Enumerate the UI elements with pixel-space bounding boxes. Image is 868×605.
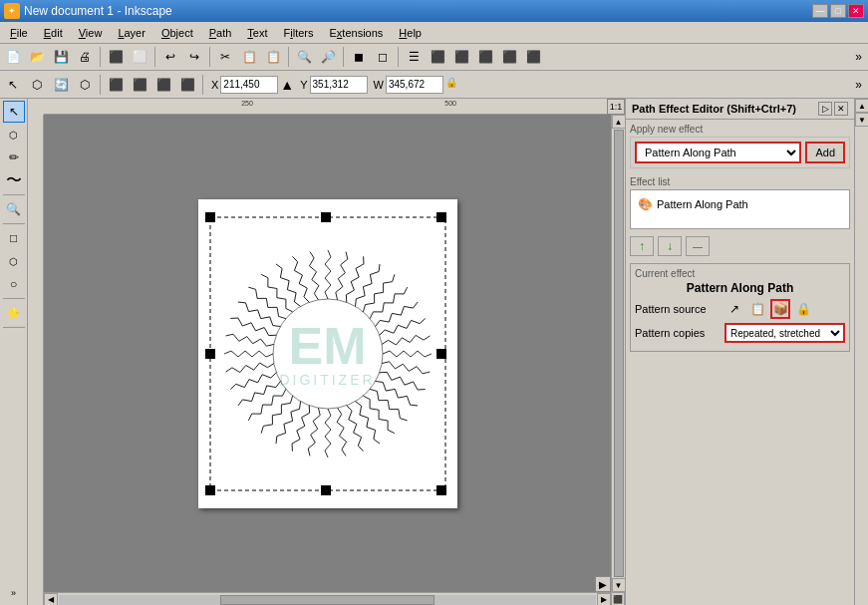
minimize-button[interactable]: — — [812, 4, 828, 18]
menu-text[interactable]: Text — [239, 25, 275, 41]
scroll-down[interactable]: ▼ — [612, 578, 626, 592]
w-input[interactable] — [386, 76, 443, 94]
snap-button[interactable]: ⬛ — [450, 46, 472, 68]
paste-button[interactable]: 📋 — [262, 46, 284, 68]
star-tool[interactable]: ⭐ — [3, 302, 25, 324]
menu-extensions[interactable]: Extensions — [322, 25, 392, 41]
import-button[interactable]: ⬛ — [105, 46, 127, 68]
zoom-in-button[interactable]: 🔍 — [293, 46, 315, 68]
close-button[interactable]: ✕ — [848, 4, 864, 18]
sep-c1 — [100, 75, 101, 95]
ruler-horizontal: 250 500 — [44, 99, 625, 115]
scroll-up[interactable]: ▲ — [612, 115, 626, 129]
apply-effect-label: Apply new effect — [630, 124, 850, 135]
hscroll-track[interactable] — [59, 595, 596, 605]
ruler-corner — [28, 99, 44, 115]
zoom-out-button[interactable]: 🔎 — [317, 46, 339, 68]
undo-button[interactable]: ↩ — [159, 46, 181, 68]
toolbar-expand[interactable]: » — [851, 50, 866, 64]
select-tool-2[interactable]: ↖ — [2, 74, 24, 96]
scroll-left[interactable]: ◀ — [44, 593, 58, 606]
more-tools[interactable]: » — [3, 582, 25, 604]
source-icon-arrow[interactable]: ↗ — [724, 299, 744, 319]
ruler-vertical — [28, 115, 44, 605]
zoom-tool[interactable]: 🔍 — [3, 198, 25, 220]
menu-view[interactable]: View — [71, 25, 111, 41]
vertical-scrollbar[interactable]: ▲ ▼ — [611, 115, 625, 592]
rotate-btn[interactable]: 🔄 — [50, 74, 72, 96]
maximize-button[interactable]: □ — [830, 4, 846, 18]
zoom-ratio[interactable]: 1:1 — [607, 99, 625, 115]
pattern-copies-row: Pattern copies Repeated, stretched — [635, 323, 845, 343]
coord-more[interactable]: » — [851, 78, 866, 92]
calligraphy-tool[interactable]: 〜 — [3, 169, 25, 191]
panel-scrollbar[interactable]: ▲ ▼ — [854, 99, 868, 605]
menu-layer[interactable]: Layer — [110, 25, 153, 41]
scroll-right[interactable]: ▶ — [597, 593, 611, 606]
effect-dropdown[interactable]: Pattern Along Path — [635, 142, 801, 163]
source-icon-box[interactable]: 📦 — [770, 299, 790, 319]
guide-button[interactable]: ⬛ — [498, 46, 520, 68]
distribute-button[interactable]: ⬛ — [427, 46, 448, 68]
open-button[interactable]: 📂 — [26, 46, 48, 68]
menu-help[interactable]: Help — [391, 25, 430, 41]
new-button[interactable]: 📄 — [2, 46, 24, 68]
fill-button[interactable]: ◼ — [348, 46, 370, 68]
pencil-tool[interactable]: ✏ — [3, 147, 25, 168]
menu-path[interactable]: Path — [201, 25, 240, 41]
effect-list-item[interactable]: 🎨 Pattern Along Path — [635, 194, 845, 214]
menu-filters[interactable]: Filters — [276, 25, 322, 41]
x-spin-up[interactable]: ▲ — [280, 77, 294, 93]
copy-button[interactable]: 📋 — [238, 46, 260, 68]
lock-icon[interactable]: 🔒 — [445, 77, 461, 93]
y-input[interactable] — [310, 76, 368, 94]
grid-button[interactable]: ⬛ — [474, 46, 496, 68]
apply-effect-section: Apply new effect Pattern Along Path Add — [630, 124, 850, 168]
menu-edit[interactable]: Edit — [36, 25, 71, 41]
select-tool[interactable]: ↖ — [3, 101, 25, 123]
x-input[interactable] — [220, 76, 278, 94]
canvas-surface[interactable]: EM DIGITIZER — [44, 115, 611, 592]
pattern-copies-dropdown[interactable]: Repeated, stretched — [724, 323, 845, 343]
effect-list-label: Effect list — [630, 176, 850, 187]
align4-btn[interactable]: ⬛ — [152, 74, 174, 96]
source-icon-copy[interactable]: 📋 — [747, 299, 767, 319]
effect-down-btn[interactable]: ↓ — [658, 236, 682, 256]
horizontal-scrollbar: ◀ ▶ — [44, 592, 611, 605]
source-icon-lock[interactable]: 🔒 — [793, 299, 813, 319]
panel-scroll-up[interactable]: ▲ — [855, 99, 868, 113]
node-tool[interactable]: ⬡ — [3, 124, 25, 146]
stroke-button[interactable]: ◻ — [372, 46, 394, 68]
ruler-mark-250: 250 — [241, 100, 253, 107]
redo-button[interactable]: ↪ — [183, 46, 205, 68]
export-button[interactable]: ⬜ — [129, 46, 150, 68]
scroll-thumb-v[interactable] — [614, 130, 624, 577]
align5-btn[interactable]: ⬛ — [176, 74, 198, 96]
align2-btn[interactable]: ⬛ — [105, 74, 127, 96]
save-button[interactable]: 💾 — [50, 46, 72, 68]
align-button[interactable]: ☰ — [403, 46, 425, 68]
more-button[interactable]: ⬛ — [522, 46, 544, 68]
transform-btn[interactable]: ⬡ — [26, 74, 48, 96]
effect-remove-btn[interactable]: — — [686, 236, 710, 256]
effect-arrows: ↑ ↓ — — [626, 233, 854, 259]
cut-button[interactable]: ✂ — [214, 46, 236, 68]
rect-tool[interactable]: □ — [3, 227, 25, 249]
panel-scroll-down[interactable]: ▼ — [855, 113, 868, 127]
panel-close-btn[interactable]: ✕ — [834, 102, 848, 116]
hscroll-thumb[interactable] — [220, 595, 435, 605]
ellipse-tool[interactable]: ○ — [3, 273, 25, 295]
panel-float-btn[interactable]: ▷ — [818, 102, 832, 116]
skew-btn[interactable]: ⬡ — [74, 74, 96, 96]
pattern-copies-label: Pattern copies — [635, 327, 724, 339]
sep-t1 — [3, 194, 25, 195]
add-effect-button[interactable]: Add — [805, 142, 845, 163]
poly-tool[interactable]: ⬡ — [3, 250, 25, 272]
pattern-source-icons: ↗ 📋 📦 🔒 — [724, 299, 813, 319]
menu-file[interactable]: File — [2, 25, 36, 41]
print-button[interactable]: 🖨 — [74, 46, 96, 68]
align3-btn[interactable]: ⬛ — [129, 74, 150, 96]
effect-up-btn[interactable]: ↑ — [630, 236, 654, 256]
navigate-btn[interactable]: ▶ — [595, 576, 611, 592]
menu-object[interactable]: Object — [153, 25, 201, 41]
